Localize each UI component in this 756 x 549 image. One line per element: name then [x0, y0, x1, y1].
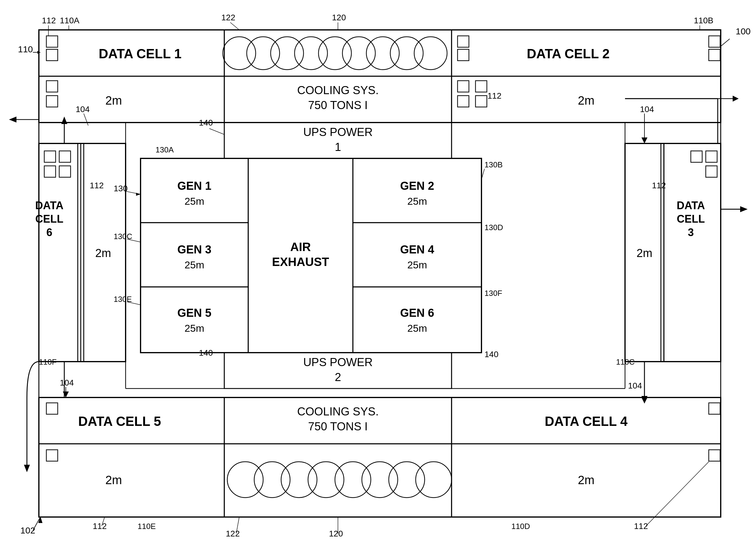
- data-cell-6-main: [39, 144, 84, 362]
- data-cell-3-main: [661, 144, 721, 362]
- ref-110E: 110E: [138, 522, 156, 531]
- cooling-top-label1: COOLING SYS.: [297, 84, 379, 97]
- arrow-dc6-upl: [9, 117, 16, 123]
- ref-130F: 130F: [484, 289, 502, 298]
- dc6-2m-label: 2m: [95, 247, 111, 260]
- dc6-label3: 6: [46, 226, 52, 239]
- dc3-2m-label: 2m: [637, 247, 653, 260]
- ref-110F: 110F: [39, 357, 57, 366]
- ref-110: 110: [18, 44, 33, 54]
- fan-3: [271, 37, 304, 70]
- dc6-up-arrow-path: [15, 120, 39, 144]
- gen6-sub: 25m: [407, 322, 427, 334]
- air-exhaust-label2: EXHAUST: [272, 255, 329, 269]
- fan-bot-3: [281, 462, 317, 498]
- ref-110B: 110B: [694, 16, 713, 25]
- data-cell-1-bottom: [39, 76, 224, 123]
- ref-100-line: [721, 39, 730, 46]
- fan-bot-8: [416, 462, 452, 498]
- fan-1: [223, 37, 256, 70]
- dc3-label2: CELL: [677, 213, 705, 225]
- box-dc2-2: [458, 49, 469, 61]
- corridor-dc6-left: [27, 362, 39, 466]
- box-dc2-7: [475, 81, 487, 92]
- data-cell-6-outer: [39, 144, 126, 362]
- fan-bot-7: [389, 462, 425, 498]
- ref-104-tl-line: [84, 114, 88, 126]
- fan-7: [366, 37, 399, 70]
- data-cell-5-label: DATA CELL 5: [78, 414, 161, 428]
- ref-112-br: 112: [634, 521, 648, 531]
- ups2-label1: UPS POWER: [303, 356, 373, 368]
- box-dc5-1: [46, 403, 58, 414]
- ref-140-right: 140: [484, 350, 499, 359]
- ref-130A: 130A: [156, 145, 174, 154]
- box-dc3-2: [706, 151, 717, 162]
- fan-bot-5: [335, 462, 371, 498]
- dc4-2m-label: 2m: [578, 473, 595, 487]
- box-dc2-8: [475, 96, 487, 107]
- cooling-bottom-fans: [224, 444, 452, 517]
- gen2-sub: 25m: [407, 196, 427, 207]
- box-dc4-2: [709, 450, 720, 461]
- ref-122-top: 122: [221, 13, 235, 22]
- box-dc1-3: [46, 81, 58, 92]
- cooling-bot-label2: 750 TONS I: [308, 420, 368, 433]
- dc6-label2: CELL: [35, 213, 63, 225]
- box-dc6-4: [59, 166, 71, 177]
- arrow-dc6-left: [24, 465, 30, 472]
- ref-130D: 130D: [484, 223, 503, 232]
- ref-120-bot: 120: [329, 529, 343, 538]
- arrow-dc3-right: [740, 206, 748, 212]
- gen5-label: GEN 5: [177, 306, 211, 319]
- data-cell-4-label: DATA CELL 4: [545, 414, 628, 428]
- arrow-dc6-up: [61, 117, 67, 124]
- dc2-2m-label: 2m: [578, 94, 595, 107]
- ref-104-br: 104: [628, 381, 642, 390]
- box-dc1-1: [46, 36, 58, 47]
- main-svg: DATA CELL 1 2m COOLING SYS. 750 TONS I D…: [0, 0, 756, 549]
- arrow-130: [136, 193, 141, 196]
- data-cell-2-label: DATA CELL 2: [527, 46, 609, 61]
- box-dc1-2: [46, 49, 58, 61]
- box-dc2-3: [709, 36, 720, 47]
- fan-bot-4: [308, 462, 344, 498]
- dc6-label1: DATA: [35, 199, 64, 212]
- box-dc1-4: [46, 96, 58, 107]
- box-dc3-3: [706, 166, 717, 177]
- box-dc2-5: [458, 81, 469, 92]
- ref-110A: 110A: [60, 16, 80, 25]
- box-dc6-1: [44, 151, 56, 162]
- dc5-2m-label: 2m: [105, 473, 122, 487]
- fan-2: [247, 37, 280, 70]
- ref-140-ups2: 140: [199, 348, 213, 357]
- arrow-104-br: [641, 397, 647, 403]
- box-dc2-6: [458, 96, 469, 107]
- arrow-right-head: [733, 96, 739, 102]
- ups1-label2: 1: [335, 141, 341, 153]
- fan-9: [414, 37, 447, 70]
- gen4-label: GEN 4: [400, 243, 434, 256]
- gen2-label: GEN 2: [400, 180, 434, 192]
- ref-122-top-line: [230, 22, 239, 30]
- ref-104-bl: 104: [60, 378, 74, 387]
- dc3-label3: 3: [688, 226, 694, 239]
- ref-122-bot: 122: [226, 529, 240, 538]
- data-cell-6-left-strip: [39, 144, 78, 362]
- arrow-104-bl: [63, 391, 69, 397]
- diagram-container: DATA CELL 1 2m COOLING SYS. 750 TONS I D…: [0, 0, 756, 549]
- ref-112-dc3: 112: [652, 181, 666, 190]
- box-dc6-2: [44, 166, 56, 177]
- gen3-sub: 25m: [185, 259, 204, 271]
- fan-bot-6: [362, 462, 398, 498]
- gen5-sub: 25m: [185, 322, 204, 334]
- box-dc2-1: [458, 36, 469, 47]
- data-cell-1-label: DATA CELL 1: [99, 46, 182, 61]
- cooling-bot-label1: COOLING SYS.: [297, 405, 379, 418]
- air-exhaust-label1: AIR: [290, 240, 311, 254]
- ref-130B: 130B: [484, 160, 503, 169]
- gen5-box: [141, 287, 248, 353]
- ref-112-dc6: 112: [90, 181, 104, 190]
- gen6-label: GEN 6: [400, 306, 434, 319]
- ref-100: 100: [736, 26, 751, 36]
